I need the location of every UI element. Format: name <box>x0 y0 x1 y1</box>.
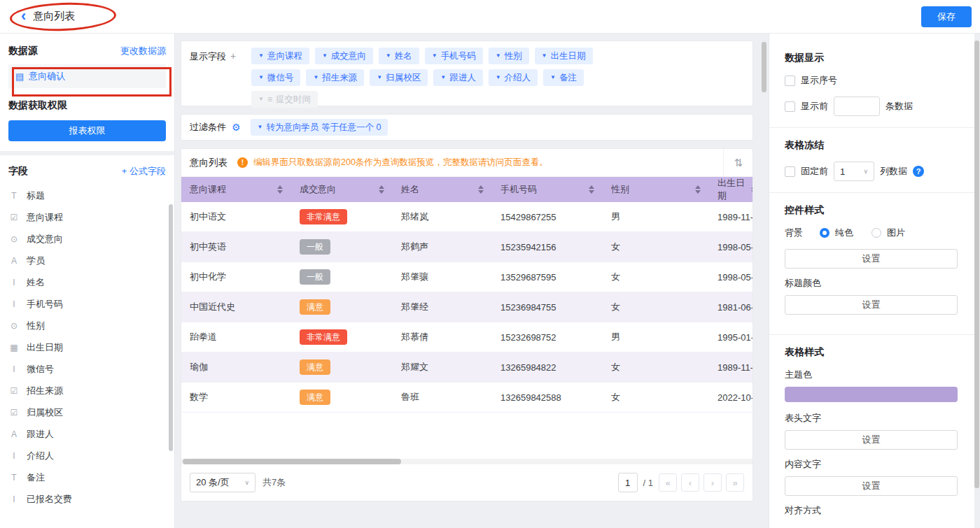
table-row[interactable]: 瑜伽满意郑耀文13265984822女1989-11- <box>181 352 753 383</box>
field-item[interactable]: T标题 <box>8 185 166 206</box>
show-first-checkbox[interactable] <box>785 101 795 112</box>
column-header[interactable]: 意向课程 <box>181 177 291 202</box>
report-permission-button[interactable]: 报表权限 <box>8 120 166 141</box>
caret-down-icon: ▼ <box>550 75 556 80</box>
field-chip[interactable]: ▼备注 <box>543 69 584 86</box>
field-item[interactable]: I介绍人 <box>8 445 166 466</box>
field-item[interactable]: ☑归属校区 <box>8 401 166 423</box>
first-page-icon[interactable]: « <box>659 473 677 492</box>
show-index-checkbox[interactable] <box>785 76 795 86</box>
panel-divider <box>769 127 974 128</box>
change-datasource-link[interactable]: 更改数据源 <box>120 45 166 57</box>
field-item[interactable]: T备注 <box>8 466 166 488</box>
column-header[interactable]: 出生日期 <box>709 177 753 202</box>
field-item[interactable]: ☑招生来源 <box>8 380 166 401</box>
table-row[interactable]: 数学满意鲁班132659842588女2022-10- <box>181 383 753 413</box>
table-row[interactable]: 初中语文非常满意郑绪岚15429867255男1989-11- <box>181 202 753 232</box>
field-item[interactable]: I微信号 <box>8 358 166 380</box>
sorter-icon[interactable] <box>379 185 384 194</box>
middle-scrollbar[interactable] <box>762 42 766 92</box>
image-radio[interactable] <box>872 228 881 238</box>
datasource-item[interactable]: ▤ 意向确认 <box>8 64 166 88</box>
back-icon[interactable]: ‹ <box>21 8 26 24</box>
field-item[interactable]: ☑意向课程 <box>8 206 166 228</box>
field-chip[interactable]: ▼归属校区 <box>370 69 428 86</box>
current-page[interactable]: 1 <box>618 473 638 492</box>
save-button[interactable]: 保存 <box>921 6 972 27</box>
filter-label: 过滤条件 <box>190 121 226 134</box>
horizontal-scrollbar[interactable] <box>183 459 401 464</box>
sorter-icon[interactable] <box>695 185 701 194</box>
cell-text: 2022-10- <box>718 392 753 403</box>
column-header[interactable]: 成交意向 <box>291 177 393 202</box>
field-chip[interactable]: ▼招生来源 <box>306 69 364 86</box>
freeze-count-select[interactable]: 1 ∨ <box>834 162 874 181</box>
field-item[interactable]: I已报名交费 <box>8 488 166 510</box>
page-scrollbar[interactable] <box>974 41 979 488</box>
table-cell: 2022-10- <box>709 383 753 412</box>
solid-color-radio[interactable] <box>820 228 830 238</box>
table-card: 意向列表 ! 编辑界面只取数据源前200条作为查询数据预览，完整数据请访问页面查… <box>181 148 753 501</box>
sorter-icon[interactable] <box>751 185 753 194</box>
caret-down-icon: ▼ <box>313 75 318 80</box>
add-formula-field-link[interactable]: + 公式字段 <box>122 165 166 178</box>
background-set-button[interactable]: 设置 <box>785 249 958 269</box>
header-text-set-button[interactable]: 设置 <box>785 430 958 450</box>
field-item[interactable]: ⊙性别 <box>8 315 166 336</box>
table-row[interactable]: 跆拳道非常满意郑慕倩15232698752男1995-01- <box>181 322 753 352</box>
table-row[interactable]: 中国近代史满意郑肇经15236984755女1981-06- <box>181 292 753 322</box>
cell-text: 132659842588 <box>500 392 561 403</box>
sorter-icon[interactable] <box>589 185 594 194</box>
field-chip[interactable]: ▼成交意向 <box>315 48 373 64</box>
field-chip[interactable]: ▼微信号 <box>251 69 300 86</box>
filter-condition-chip[interactable]: ▼ 转为意向学员 等于任意一个 0 <box>251 119 388 136</box>
column-header[interactable]: 性别 <box>603 177 709 202</box>
field-item[interactable]: ⊙成交意向 <box>8 228 166 250</box>
field-label: 标题 <box>27 190 45 202</box>
sorter-icon[interactable] <box>478 185 484 194</box>
field-chip[interactable]: ▼性别 <box>489 48 529 64</box>
add-field-icon[interactable]: + <box>230 50 236 99</box>
intent-badge: 一般 <box>300 269 330 285</box>
cell-text: 1981-06- <box>718 302 753 313</box>
field-item[interactable]: ▦出生日期 <box>8 336 166 358</box>
left-scrollbar[interactable] <box>169 204 173 451</box>
cell-text: 鲁班 <box>401 391 419 404</box>
table-cell: 1995-01- <box>709 322 753 352</box>
content-text-set-button[interactable]: 设置 <box>785 476 958 496</box>
sorter-icon[interactable] <box>277 185 283 194</box>
cell-text: 15235942156 <box>500 242 556 252</box>
field-item[interactable]: A学员 <box>8 250 166 271</box>
column-header[interactable]: 姓名 <box>393 177 492 202</box>
caret-down-icon: ▼ <box>440 75 446 80</box>
theme-color-swatch[interactable] <box>785 387 958 402</box>
field-chip[interactable]: ▼手机号码 <box>425 48 483 64</box>
field-item[interactable]: I姓名 <box>8 271 166 293</box>
field-item[interactable]: I手机号码 <box>8 293 166 315</box>
field-chip[interactable]: ▼介绍人 <box>489 69 538 86</box>
sort-icon[interactable]: ⇅ <box>723 149 752 176</box>
cell-text: 15232698752 <box>500 332 556 343</box>
freeze-checkbox[interactable] <box>785 166 795 177</box>
last-page-icon[interactable]: » <box>726 473 744 492</box>
prev-page-icon[interactable]: ‹ <box>681 473 699 492</box>
field-chip[interactable]: ▼姓名 <box>379 48 419 64</box>
gear-icon[interactable]: ⚙ <box>232 122 241 133</box>
disabled-field-chip[interactable]: ▼≡提交时间 <box>251 91 318 108</box>
next-page-icon[interactable]: › <box>704 473 722 492</box>
table-row[interactable]: 初中化学一般郑肇骧13529687595女1998-05- <box>181 262 753 292</box>
title-color-set-button[interactable]: 设置 <box>785 295 958 315</box>
member-field-icon: A <box>8 256 20 266</box>
table-row[interactable]: 初中英语一般郑鹤声15235942156女1998-05- <box>181 232 753 262</box>
field-chip[interactable]: ▼出生日期 <box>535 48 593 64</box>
field-chip[interactable]: ▼意向课程 <box>251 48 309 64</box>
sort-asc-icon <box>589 185 594 189</box>
help-icon[interactable]: ? <box>913 166 924 177</box>
column-header[interactable]: 手机号码 <box>492 177 603 202</box>
text-field-icon: I <box>8 451 20 461</box>
row-limit-input[interactable] <box>834 97 880 116</box>
field-chip[interactable]: ▼跟进人 <box>433 69 482 86</box>
field-item[interactable]: A跟进人 <box>8 423 166 445</box>
page-size-select[interactable]: 20 条/页 ∨ <box>190 473 255 492</box>
radio-field-icon: ⊙ <box>8 321 20 331</box>
